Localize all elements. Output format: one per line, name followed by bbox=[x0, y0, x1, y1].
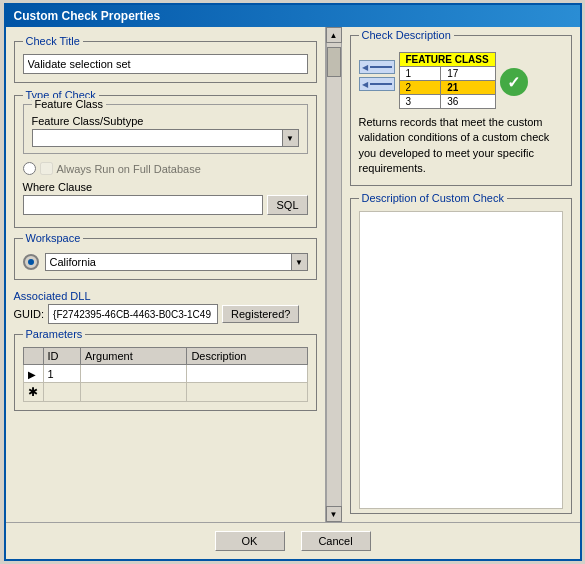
scroll-thumb[interactable] bbox=[327, 47, 341, 77]
new-row-id[interactable] bbox=[43, 383, 81, 402]
new-row-asterisk: ✱ bbox=[28, 385, 38, 399]
radio-row: Always Run on Full Database bbox=[23, 158, 308, 179]
where-clause-row: SQL bbox=[23, 195, 308, 215]
guid-input[interactable] bbox=[48, 304, 218, 324]
fc-row-1-val: 17 bbox=[441, 67, 495, 81]
always-run-checkbox[interactable] bbox=[40, 162, 53, 175]
associated-dll-label: Associated DLL bbox=[14, 290, 91, 302]
guid-row: GUID: Registered? bbox=[14, 304, 317, 324]
workspace-dropdown-arrow[interactable]: ▼ bbox=[291, 254, 307, 270]
new-row-asterisk-cell: ✱ bbox=[23, 383, 43, 402]
table-row: ▶ 1 bbox=[23, 365, 307, 383]
always-run-label: Always Run on Full Database bbox=[57, 163, 201, 175]
guid-label: GUID: bbox=[14, 308, 45, 320]
custom-desc-label: Description of Custom Check bbox=[359, 192, 507, 204]
where-clause-label: Where Clause bbox=[23, 181, 93, 193]
where-clause-section: Where Clause SQL bbox=[23, 181, 308, 215]
feature-class-preview: FEATURE CLASS 1 17 2 21 bbox=[359, 52, 563, 109]
feature-class-combo[interactable]: ▼ bbox=[32, 129, 299, 147]
preview-arrows-col bbox=[359, 60, 395, 91]
fc-row-1-num: 1 bbox=[399, 67, 441, 81]
custom-desc-textarea[interactable] bbox=[359, 211, 563, 509]
dialog-title: Custom Check Properties bbox=[14, 9, 161, 23]
check-title-input[interactable] bbox=[23, 54, 308, 74]
always-run-checkbox-row: Always Run on Full Database bbox=[40, 162, 201, 175]
arrow-line-2 bbox=[370, 83, 392, 85]
fc-row-3-val: 36 bbox=[441, 95, 495, 109]
vertical-scrollbar[interactable]: ▲ ▼ bbox=[326, 27, 342, 522]
dialog-footer: OK Cancel bbox=[6, 522, 580, 559]
feature-class-subtype-label: Feature Class/Subtype bbox=[32, 115, 144, 127]
feature-class-subtype-label-row: Feature Class/Subtype bbox=[32, 115, 299, 127]
row-arrow-cell: ▶ bbox=[23, 365, 43, 383]
feature-class-value bbox=[33, 130, 282, 146]
scroll-up-arrow[interactable]: ▲ bbox=[326, 27, 342, 43]
check-title-label: Check Title bbox=[23, 35, 83, 47]
fc-table-wrap: FEATURE CLASS 1 17 2 21 bbox=[399, 52, 496, 109]
preview-arrow-2 bbox=[359, 77, 395, 91]
custom-description-group: Description of Custom Check bbox=[350, 198, 572, 514]
where-clause-label-row: Where Clause bbox=[23, 181, 308, 193]
workspace-radio-icon bbox=[23, 254, 39, 270]
associated-dll-section: Associated DLL GUID: Registered? bbox=[14, 290, 317, 324]
left-panel: Check Title Type of Check Feature Class … bbox=[6, 27, 326, 522]
fc-row-3-num: 3 bbox=[399, 95, 441, 109]
params-header-description: Description bbox=[187, 348, 307, 365]
params-header-id: ID bbox=[43, 348, 81, 365]
workspace-value: California bbox=[46, 254, 291, 270]
dialog-title-bar: Custom Check Properties bbox=[6, 5, 580, 27]
workspace-row: California ▼ bbox=[23, 253, 308, 271]
where-clause-input[interactable] bbox=[23, 195, 264, 215]
check-description-text: Returns records that meet the custom val… bbox=[359, 115, 563, 177]
params-header-argument: Argument bbox=[81, 348, 187, 365]
feature-class-label: Feature Class bbox=[32, 98, 106, 110]
cancel-button[interactable]: Cancel bbox=[301, 531, 371, 551]
fc-table-header: FEATURE CLASS bbox=[399, 53, 495, 67]
check-description-label: Check Description bbox=[359, 29, 454, 41]
fc-row-2-val: 21 bbox=[441, 81, 495, 95]
check-description-group: Check Description bbox=[350, 35, 572, 186]
params-header-selector bbox=[23, 348, 43, 365]
fc-row-2: 2 21 bbox=[399, 81, 495, 95]
workspace-radio-dot bbox=[28, 259, 34, 265]
sql-button[interactable]: SQL bbox=[267, 195, 307, 215]
feature-class-dropdown-arrow[interactable]: ▼ bbox=[282, 130, 298, 146]
fc-row-1: 1 17 bbox=[399, 67, 495, 81]
workspace-group: Workspace California ▼ bbox=[14, 238, 317, 280]
row-description-cell[interactable] bbox=[187, 365, 307, 383]
row-id-cell[interactable]: 1 bbox=[43, 365, 81, 383]
preview-arrow-1 bbox=[359, 60, 395, 74]
registered-button[interactable]: Registered? bbox=[222, 305, 299, 323]
feature-class-group: Feature Class Feature Class/Subtype ▼ bbox=[23, 104, 308, 154]
parameters-group: Parameters ID Argument Description ▶ bbox=[14, 334, 317, 411]
parameters-label: Parameters bbox=[23, 328, 86, 340]
new-row-argument[interactable] bbox=[81, 383, 187, 402]
row-argument-cell[interactable] bbox=[81, 365, 187, 383]
feature-class-preview-table: FEATURE CLASS 1 17 2 21 bbox=[399, 52, 496, 109]
type-check-radio[interactable] bbox=[23, 162, 36, 175]
new-row-description[interactable] bbox=[187, 383, 307, 402]
workspace-label: Workspace bbox=[23, 232, 84, 244]
type-of-check-group: Type of Check Feature Class Feature Clas… bbox=[14, 95, 317, 228]
right-panel: Check Description bbox=[342, 27, 580, 522]
ok-button[interactable]: OK bbox=[215, 531, 285, 551]
check-status-icon: ✓ bbox=[500, 68, 528, 96]
row-selected-arrow: ▶ bbox=[28, 369, 36, 380]
parameters-table: ID Argument Description ▶ 1 bbox=[23, 347, 308, 402]
scroll-down-arrow[interactable]: ▼ bbox=[326, 506, 342, 522]
check-title-group: Check Title bbox=[14, 41, 317, 83]
arrow-line-1 bbox=[370, 66, 392, 68]
table-row-new: ✱ bbox=[23, 383, 307, 402]
custom-check-properties-dialog: Custom Check Properties Check Title Type… bbox=[4, 3, 582, 561]
fc-row-3: 3 36 bbox=[399, 95, 495, 109]
workspace-combo[interactable]: California ▼ bbox=[45, 253, 308, 271]
fc-row-2-num: 2 bbox=[399, 81, 441, 95]
